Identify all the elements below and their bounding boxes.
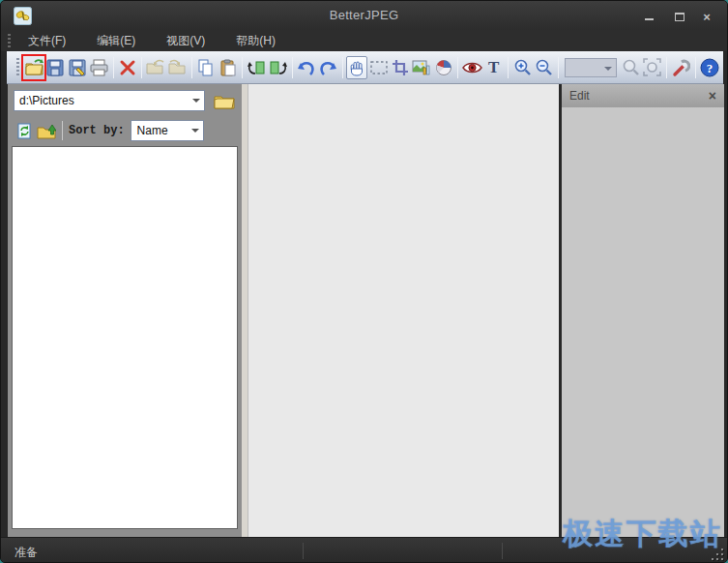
text-tool-icon: T [488, 58, 499, 77]
copy-to-folder-button[interactable] [145, 56, 166, 79]
sort-by-value: Name [131, 124, 188, 137]
help-icon: ? [700, 58, 719, 77]
paste-button[interactable] [217, 56, 238, 79]
hand-tool-button[interactable] [346, 56, 368, 79]
open-button[interactable] [23, 56, 44, 79]
toolbar-separator [141, 57, 142, 78]
sort-combo-dropdown[interactable] [188, 121, 203, 140]
open-folder-icon [24, 58, 44, 76]
wrench-settings-icon [671, 58, 690, 77]
folder-up-icon [37, 123, 56, 139]
toolbar-separator [666, 57, 667, 78]
toolbar-separator [558, 57, 559, 78]
up-folder-button[interactable] [35, 120, 58, 141]
toolbar-separator [342, 57, 343, 78]
status-ready-text: 准备 [15, 545, 38, 561]
divider [62, 121, 63, 140]
zoom-level-combobox[interactable] [565, 58, 617, 77]
rotate-left-button[interactable] [246, 56, 267, 79]
browser-toolbar: Sort by: Name [8, 117, 242, 144]
print-button[interactable] [88, 56, 109, 79]
paste-icon [219, 59, 237, 76]
save-button[interactable] [44, 56, 66, 79]
edit-panel-title: Edit [562, 89, 701, 103]
minimize-button[interactable] [638, 9, 659, 24]
rotate-left-icon [247, 58, 266, 76]
resize-grip[interactable] [711, 548, 723, 560]
move-to-folder-icon [168, 59, 188, 75]
minimize-icon [645, 18, 654, 20]
zoom-in-icon [513, 58, 532, 76]
crop-tool-button[interactable] [390, 56, 411, 79]
path-combo-dropdown[interactable] [189, 91, 204, 110]
redo-icon [318, 59, 337, 76]
chevron-down-icon [604, 67, 612, 71]
toolbar-separator [113, 57, 114, 78]
toolbar-separator [695, 57, 696, 78]
redo-button[interactable] [317, 56, 338, 79]
close-button[interactable]: × [696, 9, 717, 24]
text-tool-button[interactable]: T [483, 56, 505, 79]
toolbar-separator [242, 57, 243, 78]
resample-button[interactable] [411, 56, 432, 79]
undo-icon [297, 59, 316, 76]
folder-icon [214, 93, 235, 109]
menu-help[interactable]: 帮助(H) [224, 30, 287, 52]
undo-button[interactable] [296, 56, 317, 79]
red-eye-icon [462, 61, 482, 74]
zoom-out-button[interactable] [533, 56, 554, 79]
menu-file[interactable]: 文件(F) [16, 30, 77, 52]
marquee-select-icon [369, 60, 389, 75]
close-icon: × [709, 88, 716, 104]
red-eye-removal-button[interactable] [461, 56, 482, 79]
maximize-button[interactable] [669, 9, 690, 24]
browse-folder-button[interactable] [211, 90, 238, 111]
move-to-folder-button[interactable] [167, 56, 189, 79]
path-value: d:\Pictures [15, 94, 189, 107]
refresh-button[interactable] [14, 120, 35, 141]
select-tool-button[interactable] [367, 56, 389, 79]
hand-icon [348, 59, 365, 76]
edit-panel: Edit × [562, 84, 724, 537]
file-list[interactable] [12, 146, 238, 529]
statusbar-divider [502, 543, 503, 559]
red-eye-ball-button[interactable] [433, 56, 454, 79]
statusbar-divider [303, 543, 304, 559]
window-title: BetterJPEG [1, 8, 727, 22]
print-icon [90, 59, 108, 76]
settings-button[interactable] [670, 56, 691, 79]
copy-to-folder-icon [146, 59, 165, 75]
menu-bar: 文件(F) 编辑(E) 视图(V) 帮助(H) [1, 30, 727, 51]
delete-button[interactable] [117, 56, 138, 79]
rotate-right-icon [269, 58, 288, 76]
file-browser-panel: d:\Pictures [8, 84, 242, 537]
chevron-down-icon [192, 99, 200, 103]
menubar-grip[interactable] [8, 34, 11, 47]
zoom-fit-icon [643, 58, 661, 76]
rotate-right-button[interactable] [267, 56, 288, 79]
toolbar-separator [508, 57, 509, 78]
toolbar-grip[interactable] [16, 58, 19, 77]
toolbar-separator [191, 57, 192, 78]
menu-view[interactable]: 视图(V) [155, 30, 217, 52]
save-as-button[interactable] [67, 56, 88, 79]
copy-button[interactable] [195, 56, 217, 79]
zoom-out-icon [535, 58, 553, 76]
zoom-fit-button[interactable] [642, 56, 663, 79]
main-toolbar: T [7, 51, 723, 84]
chevron-down-icon [191, 129, 199, 133]
app-window: BetterJPEG × 文件(F) 编辑(E) 视图(V) 帮助(H) [0, 0, 728, 563]
help-button[interactable]: ? [699, 56, 720, 79]
image-view-area[interactable] [248, 84, 559, 537]
path-combobox[interactable]: d:\Pictures [14, 90, 205, 111]
title-bar: BetterJPEG × [1, 1, 727, 30]
zoom-in-button[interactable] [511, 56, 533, 79]
maximize-icon [675, 13, 684, 21]
sort-by-label: Sort by: [69, 124, 125, 137]
zoom-actual-button[interactable] [620, 56, 641, 79]
edit-panel-header: Edit × [562, 84, 724, 107]
sort-by-combobox[interactable]: Name [131, 120, 204, 141]
edit-panel-close-button[interactable]: × [701, 84, 724, 107]
menu-edit[interactable]: 编辑(E) [85, 30, 147, 52]
save-icon [46, 59, 64, 76]
